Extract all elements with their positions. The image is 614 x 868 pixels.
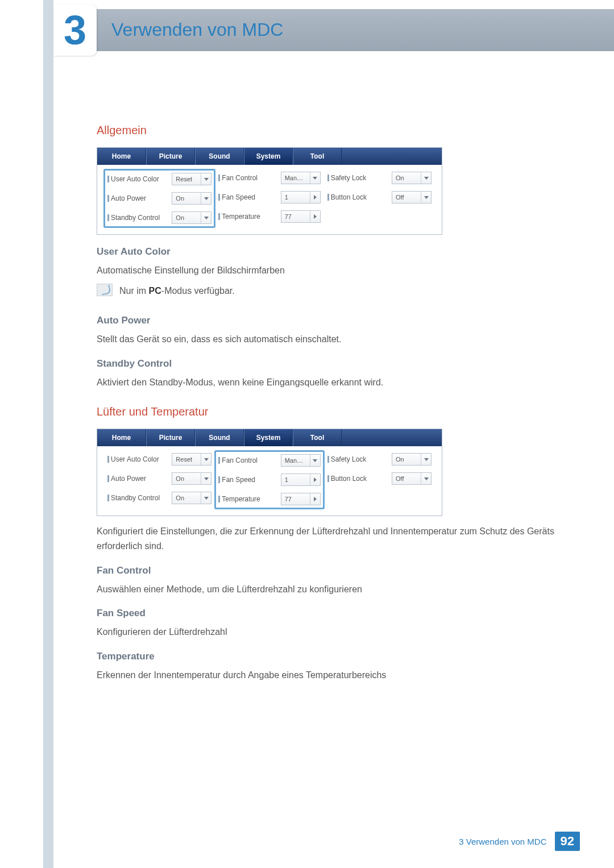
chevron-right-icon	[310, 474, 320, 485]
chevron-down-icon	[310, 172, 320, 184]
chevron-down-icon	[201, 212, 211, 223]
spinner-temperature[interactable]: 77	[281, 493, 321, 505]
desc-fan-control: Auswählen einer Methode, um die Lüfterdr…	[97, 582, 569, 597]
note-text: Nur im PC-Modus verfügbar.	[119, 284, 235, 298]
panel2-col3: Safety Lock On Button Lock Off	[324, 452, 435, 509]
tab-sound[interactable]: Sound	[195, 429, 244, 446]
dropdown-fan-control[interactable]: Man…	[281, 454, 321, 467]
desc-luefter: Konfiguriert die Einstellungen, die zur …	[97, 524, 569, 553]
chapter-number: 3	[64, 10, 86, 51]
panel1-col2: Fan Control Man… Fan Speed 1 Temperature…	[215, 171, 323, 227]
settings-panel-1: Home Picture Sound System Tool User Auto…	[97, 147, 442, 235]
panel-tabs: Home Picture Sound System Tool	[97, 429, 442, 446]
chapter-title: Verwenden von MDC	[111, 19, 283, 40]
label-auto-power: Auto Power	[111, 194, 146, 202]
label-button-lock: Button Lock	[331, 193, 367, 201]
page-content: Allgemein Home Picture Sound System Tool…	[97, 108, 569, 688]
heading-auto-power: Auto Power	[97, 315, 569, 326]
page-side-stripe	[43, 0, 53, 868]
chevron-down-icon	[201, 454, 211, 465]
desc-auto-power: Stellt das Gerät so ein, dass es sich au…	[97, 332, 569, 347]
spinner-temperature[interactable]: 77	[281, 210, 321, 223]
spinner-fan-speed[interactable]: 1	[281, 191, 321, 203]
dropdown-safety-lock[interactable]: On	[392, 172, 432, 184]
chevron-down-icon	[310, 455, 320, 466]
chevron-down-icon	[421, 172, 431, 184]
label-temperature: Temperature	[222, 213, 260, 221]
tab-picture[interactable]: Picture	[146, 429, 195, 446]
section-heading-luefter: Lüfter und Temperatur	[97, 405, 569, 418]
desc-standby-control: Aktiviert den Standby-Modus, wenn keine …	[97, 375, 569, 390]
chevron-down-icon	[201, 492, 211, 504]
chevron-right-icon	[310, 192, 320, 203]
panel2-col1: User Auto Color Reset Auto Power On Stan…	[104, 452, 215, 509]
panel-tabs: Home Picture Sound System Tool	[97, 148, 442, 165]
tab-sound[interactable]: Sound	[195, 148, 244, 165]
chevron-down-icon	[201, 193, 211, 204]
heading-user-auto-color: User Auto Color	[97, 246, 569, 258]
tab-tool[interactable]: Tool	[293, 148, 342, 165]
chevron-down-icon	[421, 473, 431, 484]
heading-fan-speed: Fan Speed	[97, 608, 569, 619]
heading-fan-control: Fan Control	[97, 565, 569, 576]
tab-system[interactable]: System	[244, 429, 293, 446]
chevron-right-icon	[310, 211, 320, 222]
desc-fan-speed: Konfigurieren der Lüfterdrehzahl	[97, 625, 569, 639]
chevron-down-icon	[421, 192, 431, 203]
chevron-down-icon	[201, 173, 211, 185]
dropdown-button-lock[interactable]: Off	[392, 472, 432, 485]
note-row: Nur im PC-Modus verfügbar.	[97, 284, 569, 304]
dropdown-button-lock[interactable]: Off	[392, 191, 432, 203]
dropdown-fan-control[interactable]: Man…	[281, 172, 321, 184]
dropdown-user-auto-color[interactable]: Reset	[172, 453, 211, 466]
panel1-col3: Safety Lock On Button Lock Off	[324, 171, 435, 227]
note-icon	[97, 284, 113, 296]
settings-panel-2: Home Picture Sound System Tool User Auto…	[97, 429, 442, 516]
desc-user-auto-color: Automatische Einstellung der Bildschirmf…	[97, 263, 569, 278]
label-standby-control: Standby Control	[111, 214, 160, 222]
dropdown-standby-control[interactable]: On	[172, 492, 211, 504]
panel2-col2-highlighted: Fan Control Man… Fan Speed 1 Temperature…	[215, 451, 323, 509]
label-fan-control: Fan Control	[222, 174, 258, 182]
desc-temperature: Erkennen der Innentemperatur durch Angab…	[97, 668, 569, 683]
section-heading-allgemein: Allgemein	[97, 124, 569, 137]
label-user-auto-color: User Auto Color	[111, 175, 159, 183]
heading-temperature: Temperature	[97, 651, 569, 662]
spinner-fan-speed[interactable]: 1	[281, 474, 321, 486]
panel1-col1-highlighted: User Auto Color Reset Auto Power On Stan…	[104, 169, 215, 227]
tab-picture[interactable]: Picture	[146, 148, 195, 165]
chevron-down-icon	[421, 454, 431, 465]
tab-home[interactable]: Home	[97, 429, 146, 446]
page-footer: 3 Verwenden von MDC 92	[459, 832, 580, 851]
dropdown-auto-power[interactable]: On	[172, 472, 211, 485]
dropdown-user-auto-color[interactable]: Reset	[172, 173, 211, 185]
footer-text: 3 Verwenden von MDC	[459, 837, 546, 846]
tab-system[interactable]: System	[244, 148, 293, 165]
heading-standby-control: Standby Control	[97, 358, 569, 369]
chevron-down-icon	[201, 473, 211, 484]
chapter-badge: 3	[53, 5, 97, 56]
label-fan-speed: Fan Speed	[222, 193, 255, 201]
chevron-right-icon	[310, 493, 320, 505]
dropdown-auto-power[interactable]: On	[172, 192, 211, 205]
dropdown-safety-lock[interactable]: On	[392, 453, 432, 466]
tab-home[interactable]: Home	[97, 148, 146, 165]
tab-tool[interactable]: Tool	[293, 429, 342, 446]
label-safety-lock: Safety Lock	[331, 174, 367, 182]
page-number: 92	[555, 832, 580, 851]
dropdown-standby-control[interactable]: On	[172, 211, 211, 224]
